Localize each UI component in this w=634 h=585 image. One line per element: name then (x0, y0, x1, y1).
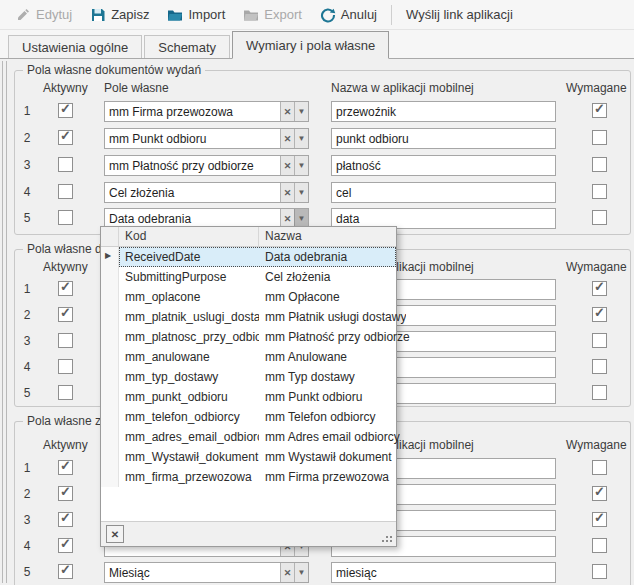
dropdown-cell-kod[interactable]: mm_platnik_uslugi_dostawy (119, 307, 259, 327)
field-combobox[interactable]: mm Płatność przy odbiorze ✕ ▼ (104, 155, 309, 176)
tab-ustawienia-ogolne[interactable]: Ustawienia ogólne (8, 35, 142, 58)
field-combobox[interactable]: Miesiąc ✕ ▼ (104, 562, 309, 583)
cancel-button[interactable]: Anuluj (311, 1, 386, 29)
dropdown-cell-kod[interactable]: mm_oplacone (119, 287, 259, 307)
required-checkbox[interactable] (592, 460, 607, 475)
clear-filter-button[interactable]: ✕ (106, 525, 124, 543)
active-checkbox[interactable] (58, 385, 73, 400)
combobox-value[interactable]: mm Punkt odbioru (105, 129, 280, 148)
required-checkbox[interactable] (592, 130, 607, 145)
dropdown-cell-nazwa[interactable]: mm Płatność przy odbiorze (259, 327, 410, 347)
dropdown-arrow-icon[interactable]: ▼ (294, 156, 308, 175)
dropdown-cell-nazwa[interactable]: mm Opłacone (259, 287, 396, 307)
dropdown-cell-kod[interactable]: mm_adres_email_odbiorcy (119, 427, 259, 447)
dropdown-cell-nazwa[interactable]: mm Punkt odbioru (259, 387, 396, 407)
import-button[interactable]: Import (158, 1, 234, 29)
dropdown-arrow-icon[interactable]: ▼ (294, 563, 308, 582)
required-checkbox[interactable] (592, 512, 607, 527)
field-combobox[interactable]: Cel złożenia ✕ ▼ (104, 182, 309, 203)
tab-schematy[interactable]: Schematy (144, 35, 230, 58)
required-checkbox[interactable] (592, 564, 607, 579)
dropdown-row[interactable]: mm_oplacone mm Opłacone (101, 287, 396, 307)
required-checkbox[interactable] (592, 486, 607, 501)
mobile-name-input[interactable] (331, 182, 556, 203)
mobile-name-input[interactable] (331, 128, 556, 149)
required-checkbox[interactable] (592, 359, 607, 374)
dropdown-row[interactable]: mm_typ_dostawy mm Typ dostawy (101, 367, 396, 387)
resize-grip-icon[interactable] (381, 533, 393, 543)
active-checkbox[interactable] (58, 460, 73, 475)
active-checkbox[interactable] (58, 103, 73, 118)
active-checkbox[interactable] (58, 512, 73, 527)
required-checkbox[interactable] (592, 281, 607, 296)
dropdown-column-kod[interactable]: Kod (119, 227, 259, 246)
required-checkbox[interactable] (592, 385, 607, 400)
required-checkbox[interactable] (592, 103, 607, 118)
dropdown-cell-nazwa[interactable]: mm Wystawił dokument (259, 447, 396, 467)
dropdown-column-nazwa[interactable]: Nazwa (259, 227, 396, 246)
dropdown-cell-kod[interactable]: mm_telefon_odbiorcy (119, 407, 259, 427)
dropdown-cell-kod[interactable]: mm_anulowane (119, 347, 259, 367)
dropdown-cell-nazwa[interactable]: mm Firma przewozowa (259, 467, 396, 487)
dropdown-cell-nazwa[interactable]: mm Telefon odbiorcy (259, 407, 396, 427)
dropdown-cell-kod[interactable]: mm_typ_dostawy (119, 367, 259, 387)
dropdown-cell-nazwa[interactable]: Data odebrania (259, 247, 396, 267)
mobile-name-input[interactable] (331, 155, 556, 176)
mobile-name-input[interactable] (331, 562, 556, 583)
clear-icon[interactable]: ✕ (280, 563, 294, 582)
combobox-value[interactable]: mm Firma przewozowa (105, 102, 280, 121)
dropdown-cell-kod[interactable]: SubmittingPurpose (119, 267, 259, 287)
clear-icon[interactable]: ✕ (280, 183, 294, 202)
active-checkbox[interactable] (58, 486, 73, 501)
dropdown-cell-nazwa[interactable]: mm Typ dostawy (259, 367, 396, 387)
clear-icon[interactable]: ✕ (280, 102, 294, 121)
dropdown-row[interactable]: mm_punkt_odbioru mm Punkt odbioru (101, 387, 396, 407)
dropdown-cell-nazwa[interactable]: Cel złożenia (259, 267, 396, 287)
dropdown-row[interactable]: mm_platnik_uslugi_dostawy mm Płatnik usł… (101, 307, 396, 327)
dropdown-arrow-icon[interactable]: ▼ (294, 102, 308, 121)
dropdown-cell-kod[interactable]: mm_punkt_odbioru (119, 387, 259, 407)
clear-icon[interactable]: ✕ (280, 129, 294, 148)
tab-wymiary-i-pola-wlasne[interactable]: Wymiary i pola własne (232, 31, 389, 59)
combobox-value[interactable]: mm Płatność przy odbiorze (105, 156, 280, 175)
required-checkbox[interactable] (592, 307, 607, 322)
required-checkbox[interactable] (592, 210, 607, 225)
export-button[interactable]: Export (234, 1, 311, 29)
send-app-link-button[interactable]: Wyślij link aplikacji (397, 1, 522, 29)
dropdown-cell-kod[interactable]: mm_Wystawił_dokument (119, 447, 259, 467)
dropdown-cell-kod[interactable]: mm_firma_przewozowa (119, 467, 259, 487)
edit-button[interactable]: Edytuj (6, 1, 81, 29)
dropdown-cell-nazwa[interactable]: mm Anulowane (259, 347, 396, 367)
active-checkbox[interactable] (58, 307, 73, 322)
active-checkbox[interactable] (58, 333, 73, 348)
required-checkbox[interactable] (592, 184, 607, 199)
save-button[interactable]: Zapisz (81, 1, 158, 29)
combobox-value[interactable]: Cel złożenia (105, 183, 280, 202)
dropdown-row[interactable]: ▶ ReceivedDate Data odebrania (101, 247, 396, 267)
active-checkbox[interactable] (58, 359, 73, 374)
mobile-name-input[interactable] (331, 101, 556, 122)
required-checkbox[interactable] (592, 157, 607, 172)
dropdown-cell-kod[interactable]: mm_platnosc_przy_odbio... (119, 327, 259, 347)
active-checkbox[interactable] (58, 184, 73, 199)
dropdown-arrow-icon[interactable]: ▼ (294, 183, 308, 202)
active-checkbox[interactable] (58, 281, 73, 296)
dropdown-arrow-icon[interactable]: ▼ (294, 129, 308, 148)
field-combobox[interactable]: mm Firma przewozowa ✕ ▼ (104, 101, 309, 122)
dropdown-row[interactable]: mm_Wystawił_dokument mm Wystawił dokumen… (101, 447, 396, 467)
dropdown-row[interactable]: SubmittingPurpose Cel złożenia (101, 267, 396, 287)
required-checkbox[interactable] (592, 538, 607, 553)
dropdown-row[interactable]: mm_firma_przewozowa mm Firma przewozowa (101, 467, 396, 487)
dropdown-cell-kod[interactable]: ReceivedDate (119, 247, 259, 267)
dropdown-cell-nazwa[interactable]: mm Adres email odbiorcy (259, 427, 400, 447)
combobox-value[interactable]: Miesiąc (105, 563, 280, 582)
dropdown-row[interactable]: mm_adres_email_odbiorcy mm Adres email o… (101, 427, 396, 447)
dropdown-row[interactable]: mm_platnosc_przy_odbio... mm Płatność pr… (101, 327, 396, 347)
active-checkbox[interactable] (58, 538, 73, 553)
active-checkbox[interactable] (58, 157, 73, 172)
required-checkbox[interactable] (592, 333, 607, 348)
dropdown-row[interactable]: mm_anulowane mm Anulowane (101, 347, 396, 367)
field-combobox[interactable]: mm Punkt odbioru ✕ ▼ (104, 128, 309, 149)
active-checkbox[interactable] (58, 564, 73, 579)
active-checkbox[interactable] (58, 130, 73, 145)
